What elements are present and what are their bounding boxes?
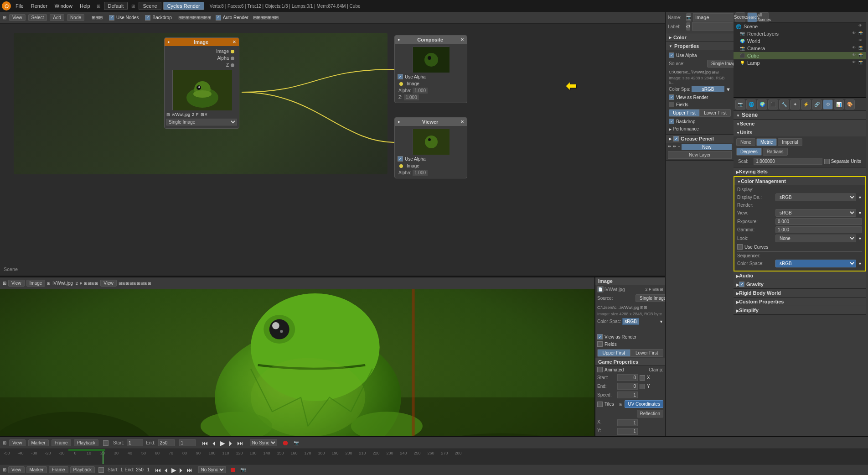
current-frame-input[interactable]: 1 [179,439,196,446]
gravity-cb[interactable] [739,282,744,287]
use-alpha-cb[interactable] [669,52,674,58]
scene-selector[interactable]: Scene [139,2,161,10]
menu-render[interactable]: Render [28,2,50,10]
cam-render-icon[interactable]: 📸 [858,46,864,51]
ne-node-btn[interactable]: Node [67,14,84,21]
record-btn2[interactable]: ⏺ [229,466,237,474]
gravity-header[interactable]: Gravity [734,280,866,288]
iv-view-btn2[interactable]: View [100,280,117,287]
ne-add-btn[interactable]: Add [50,14,64,21]
tl-playback2-btn[interactable]: Playback [70,466,95,473]
metric-btn[interactable]: Metric [756,138,777,146]
rigid-body-header[interactable]: Rigid Body World [734,289,866,297]
tl-frame-btn[interactable]: Frame [52,439,71,446]
rl-render-icon[interactable]: 📸 [858,31,864,37]
color-sp-val-r[interactable]: sRGB [692,86,724,92]
use-nodes-cb[interactable] [109,15,114,21]
view-as-render-cb-bottom[interactable] [597,334,603,339]
engine-selector[interactable]: Cycles Render [163,2,204,10]
outliner-camera[interactable]: Camera 👁 📸 [734,45,866,52]
backdrop-cb-r[interactable] [669,119,674,124]
menu-window[interactable]: Window [52,2,75,10]
uv-coordinates-btn[interactable]: UV Coordinates [625,400,663,408]
end-frame-input[interactable]: 250 [158,439,175,446]
jump-end-btn[interactable]: ⏭ [237,439,243,447]
lamp-eye-icon[interactable]: 👁 [852,60,858,66]
view-as-render-cb[interactable] [669,94,674,100]
upper-first-btn-r[interactable]: Upper First [669,109,700,117]
tl-frame2-btn[interactable]: Frame [49,466,68,473]
tl-marker-btn[interactable]: Marker [28,439,49,446]
node-canvas[interactable]: Scene ● Image ✕ Image Alpha [0,24,665,276]
menu-help[interactable]: Help [77,2,93,10]
units-header[interactable]: Units [734,128,866,136]
backdrop-cb[interactable] [145,15,150,21]
material-btn[interactable]: ⚙ [823,99,833,110]
animated-cb[interactable] [597,367,603,372]
cam-eye-icon[interactable]: 👁 [852,46,858,51]
fields-cb-bottom[interactable] [597,341,603,347]
menu-file[interactable]: File [13,2,26,10]
radians-btn[interactable]: Radians [763,148,788,156]
eye-icon[interactable]: 👁 [858,24,864,29]
reflection-btn[interactable]: Reflection [637,410,663,418]
sep-units-cb[interactable] [824,159,830,164]
step-fwd-btn2[interactable]: ⏵ [178,466,185,474]
camera-btn[interactable]: 📷 [294,440,299,445]
play-btn2[interactable]: ▶ [171,466,176,474]
jump-start-btn[interactable]: ⏮ [202,439,208,447]
cs-select[interactable]: sRGB [775,260,856,267]
props-section-header[interactable]: Properties [666,42,734,50]
record-btn[interactable]: ⏺ [282,439,289,447]
use-curves-cb[interactable] [737,244,743,250]
play-btn[interactable]: ▶ [220,439,225,447]
gamma-input[interactable]: 1.000 [775,226,862,233]
modifier-btn[interactable]: 🔧 [779,99,789,110]
particle-btn[interactable]: ✦ [790,99,800,110]
new-layer-btn[interactable]: New Layer [668,151,732,159]
texture-btn[interactable]: 🎨 [845,99,855,110]
ne-select-btn[interactable]: Select [28,14,47,21]
constraints-btn[interactable]: 🔗 [812,99,822,110]
iv-image-btn[interactable]: Image [26,280,46,287]
new-btn[interactable]: New [682,144,732,150]
source-select-r[interactable]: Single Image [707,60,734,68]
exposure-input[interactable]: 0.000 [775,218,862,225]
audio-header[interactable]: Audio [734,271,866,280]
sync-mode-select2[interactable]: No Sync [198,466,226,473]
gp-cb[interactable] [673,136,679,141]
rl-eye-icon[interactable]: 👁 [852,31,858,37]
auto-render-cb[interactable] [216,15,221,21]
keying-sets-header[interactable]: Keying Sets [734,167,866,176]
label-input[interactable] [692,22,734,31]
scene-section-hdr[interactable]: Scene [734,120,866,128]
clamp-x-cb[interactable] [640,375,645,381]
tl-marker2-btn[interactable]: Marker [26,466,47,473]
tl-playback-btn[interactable]: Playback [74,439,99,446]
object-props-btn[interactable]: ⬛ [768,99,778,110]
name-input[interactable]: Image [693,13,734,21]
scale-input[interactable]: 1.000000 [754,158,822,165]
fields-cb[interactable] [669,102,674,107]
color-mgmt-header[interactable]: Color Management [734,177,865,185]
workspace-selector[interactable]: Default [104,2,128,10]
start-frame-input[interactable]: 1 [127,439,143,446]
world-eye-icon[interactable]: 👁 [858,38,864,44]
data-btn[interactable]: 📊 [834,99,844,110]
tl-view-btn[interactable]: View [9,439,26,446]
custom-props-header[interactable]: Custom Properties [734,298,866,306]
physics-btn[interactable]: ⚡ [801,99,811,110]
tiles-cb[interactable] [597,402,603,407]
ne-view-btn[interactable]: View [9,14,26,21]
lower-first-btn[interactable]: Lower First [630,349,664,357]
jump-start-btn2[interactable]: ⏮ [155,466,161,474]
tl-view2-btn[interactable]: View [8,466,25,473]
upper-first-btn[interactable]: Upper First [597,349,630,357]
all-scenes-tab[interactable]: All Scenes [759,12,769,22]
playback-cb2[interactable] [98,467,104,473]
imperial-btn[interactable]: Imperial [778,138,802,146]
outliner-lamp[interactable]: Lamp 👁 📸 [734,59,866,67]
search-tab[interactable]: Search [747,12,757,22]
view-tab[interactable]: Scene [735,12,745,22]
use-alpha-viewer-cb[interactable] [398,156,403,162]
